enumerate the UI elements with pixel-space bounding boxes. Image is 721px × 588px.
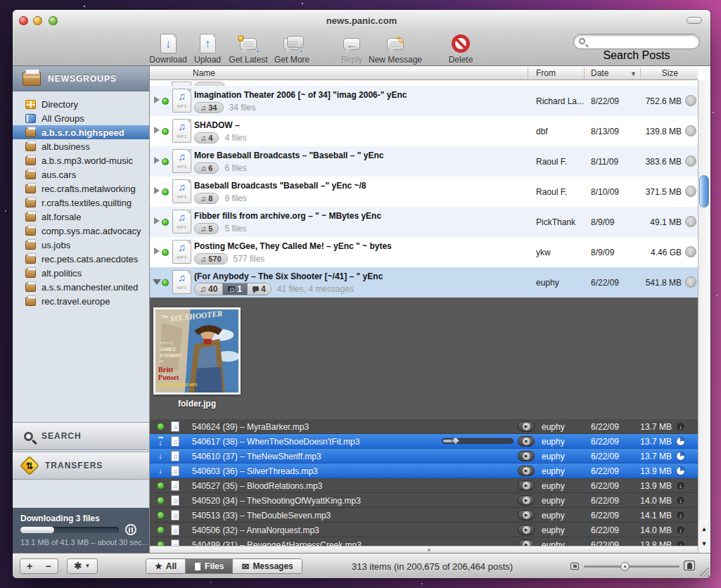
- tab-files[interactable]: Files: [186, 559, 233, 573]
- scrollbar-thumb[interactable]: [699, 175, 709, 207]
- sidebar-item-newsgroup[interactable]: alt.forsale: [13, 210, 149, 224]
- play-button[interactable]: ▶: [518, 495, 535, 506]
- download-post-button[interactable]: ↓: [685, 155, 696, 167]
- download-file-button[interactable]: ↓: [676, 496, 685, 505]
- sidebar-item-directory[interactable]: Directory: [13, 97, 149, 111]
- file-row[interactable]: ♫ 540527 (35) – BloodRelations.mp3 ▶ eup…: [150, 478, 698, 493]
- file-row[interactable]: ♫ 540499 (31) – RevengeAtHarnessCreek.mp…: [150, 537, 698, 546]
- post-from: euphy: [536, 278, 587, 288]
- action-menu-button[interactable]: ✱▼: [67, 558, 98, 574]
- sidebar-item-newsgroup[interactable]: a.b.s.r.o.highspeed: [13, 125, 149, 139]
- table-row[interactable]: ♫MP3 Fibber fills from archive.org – " ~…: [150, 207, 698, 237]
- sidebar-item-newsgroup[interactable]: us.jobs: [13, 238, 149, 252]
- file-row[interactable]: ♫ 540624 (39) – MyraBarker.mp3 ▶ euphy 6…: [150, 419, 698, 434]
- sidebar-item-newsgroup[interactable]: aus.cars: [13, 167, 149, 181]
- get-latest-button[interactable]: ↓ Get Latest: [226, 33, 270, 65]
- newsgroups-section-header[interactable]: NEWSGROUPS: [13, 66, 149, 91]
- download-file-button[interactable]: ↓: [676, 525, 685, 535]
- table-row[interactable]: ♫MP3 More Baseball Broadcasts – "Basebal…: [150, 146, 698, 177]
- delete-button[interactable]: Delete: [443, 33, 478, 65]
- download-post-button[interactable]: ↓: [685, 216, 696, 227]
- download-file-button[interactable]: ↓: [676, 422, 685, 431]
- file-row-selected[interactable]: ↓ ♫ 540603 (36) – SilverThreads.mp3 ▶ eu…: [150, 464, 698, 478]
- download-post-button[interactable]: ↓: [685, 186, 696, 197]
- queued-clock-icon: [676, 466, 685, 475]
- play-button[interactable]: ▶: [518, 525, 535, 535]
- play-button[interactable]: ▶: [518, 480, 535, 491]
- file-row[interactable]: ♫ 540513 (33) – TheDoubleSeven.mp3 ▶ eup…: [150, 508, 698, 523]
- title-bar[interactable]: news.panic.com: [13, 10, 710, 32]
- upload-button[interactable]: ↑ Upload: [191, 33, 224, 65]
- tab-all[interactable]: ★All: [146, 559, 186, 573]
- vertical-scrollbar[interactable]: ▲ ▼: [698, 80, 709, 553]
- play-button[interactable]: ▶: [518, 539, 535, 546]
- file-row-selected[interactable]: ↓ ♫ 540610 (37) – TheNewSheriff.mp3 ▶ eu…: [150, 449, 698, 464]
- toolbar-toggle-button[interactable]: [687, 17, 702, 24]
- search-section-header[interactable]: SEARCH: [13, 422, 149, 450]
- download-post-button[interactable]: ↓: [685, 246, 696, 257]
- sidebar-item-newsgroup[interactable]: rec.pets.cats.anecdotes: [13, 252, 149, 266]
- play-button[interactable]: ▶: [518, 510, 535, 520]
- disclosure-triangle-icon[interactable]: [154, 248, 160, 255]
- sidebar-item-newsgroup[interactable]: a.s.s.manchester.united: [13, 280, 149, 294]
- search-input[interactable]: [589, 36, 695, 47]
- table-row[interactable]: ♫MP3 Imagination Theater 2006 [~ of 34] …: [150, 86, 698, 116]
- download-button[interactable]: ↓ Download: [148, 33, 188, 65]
- sidebar-item-newsgroup[interactable]: rec.crafts.metalworking: [13, 181, 149, 196]
- new-message-button[interactable]: ✎ New Message: [366, 33, 424, 65]
- search-field[interactable]: [573, 34, 700, 49]
- file-row-selected[interactable]: ↓ ♫ 540617 (38) – WhenTheShoeDoesn'tFit.…: [150, 434, 698, 449]
- column-header-date[interactable]: Date: [591, 68, 608, 78]
- pause-transfers-button[interactable]: [125, 524, 136, 535]
- download-post-button[interactable]: ↓: [685, 95, 696, 106]
- sidebar-item-newsgroup[interactable]: alt.business: [13, 139, 149, 153]
- play-button[interactable]: ▶: [518, 466, 535, 476]
- file-row[interactable]: ♫ 540520 (34) – TheShootingOfWyattKing.m…: [150, 493, 698, 508]
- download-file-button[interactable]: ↓: [676, 511, 685, 520]
- disclosure-triangle-icon[interactable]: [154, 157, 160, 164]
- horizontal-scrollbar[interactable]: [150, 546, 698, 553]
- download-file-button[interactable]: ↓: [676, 481, 685, 490]
- disclosure-triangle-icon[interactable]: [154, 96, 160, 103]
- get-more-button[interactable]: ↓ Get More: [272, 33, 312, 65]
- column-header-name[interactable]: Name: [193, 68, 215, 78]
- download-post-button[interactable]: ↓: [685, 276, 696, 288]
- table-row-selected[interactable]: ♫MP3 (For Anybody – The Six Shooter [~/4…: [150, 267, 698, 298]
- column-header-size[interactable]: Size: [662, 68, 678, 78]
- transfers-section-header[interactable]: ⇅ TRANSFERS: [13, 452, 149, 480]
- table-row[interactable]: ♫MP3 Baseball Broadcasts "Baseball –" yE…: [150, 177, 698, 207]
- unread-dot-icon: [162, 249, 169, 256]
- post-from: Raoul F.: [536, 187, 587, 197]
- play-button[interactable]: ▶: [518, 451, 535, 461]
- slider-thumb[interactable]: [620, 562, 630, 571]
- thumbnail-size-slider[interactable]: [584, 565, 679, 568]
- disclosure-triangle-icon[interactable]: [153, 279, 161, 285]
- sidebar-item-newsgroup[interactable]: rec.travel.europe: [13, 294, 149, 308]
- disclosure-triangle-icon[interactable]: [154, 127, 160, 134]
- scroll-up-button[interactable]: ▲: [698, 522, 710, 537]
- playback-slider[interactable]: [442, 438, 513, 444]
- file-row[interactable]: ♫ 540506 (32) – AnnaNorquest.mp3 ▶ euphy…: [150, 523, 698, 537]
- table-row[interactable]: ♫MP3 SHADOW – ♫44 files dbf 8/13/09 139.…: [150, 116, 698, 146]
- download-post-button[interactable]: ↓: [685, 125, 696, 136]
- disclosure-triangle-icon[interactable]: [154, 217, 160, 224]
- add-button[interactable]: +: [20, 558, 39, 574]
- disclosure-triangle-icon[interactable]: [154, 187, 160, 194]
- column-header-from[interactable]: From: [536, 68, 556, 78]
- tab-messages[interactable]: ✉Messages: [233, 559, 301, 573]
- sidebar-item-newsgroup[interactable]: r.crafts.textiles.quilting: [13, 196, 149, 210]
- sidebar-item-newsgroup[interactable]: a.b.s.mp3.world-music: [13, 153, 149, 167]
- download-file-button[interactable]: ↓: [676, 540, 685, 546]
- reply-button[interactable]: ← Reply: [338, 33, 366, 65]
- table-row[interactable]: ♫MP3 Posting McGee, They Called Me! – yE…: [150, 237, 698, 267]
- sidebar-item-all-groups[interactable]: All Groups: [13, 111, 149, 125]
- stop-button[interactable]: ■: [518, 436, 535, 447]
- scroll-down-button[interactable]: ▼: [698, 537, 710, 551]
- sidebar-item-newsgroup[interactable]: comp.sys.mac.advocacy: [13, 224, 149, 238]
- sidebar-item-newsgroup[interactable]: alt.politics: [13, 266, 149, 280]
- remove-button[interactable]: −: [39, 558, 58, 574]
- resize-grip[interactable]: [700, 568, 709, 577]
- slider-thumb[interactable]: [451, 436, 460, 445]
- attachment-thumbnail[interactable]: The SIX SHOOTER starring JAMES STEWART a…: [153, 307, 241, 409]
- play-button[interactable]: ▶: [518, 421, 535, 432]
